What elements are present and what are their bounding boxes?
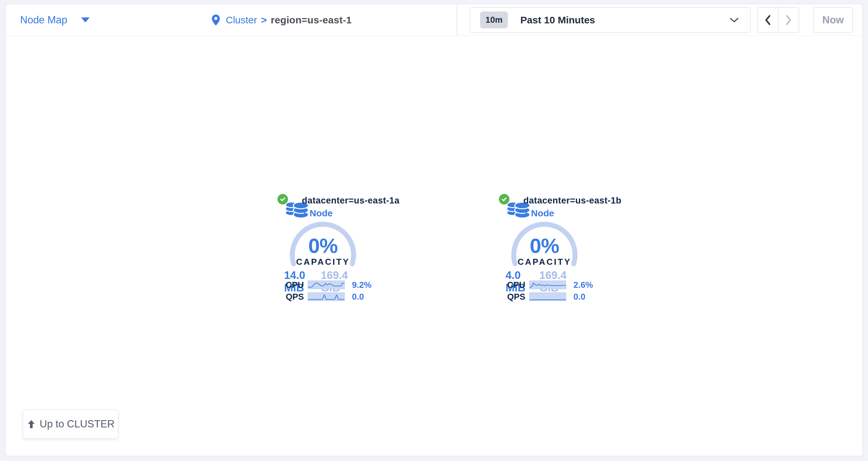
datacenter-card-us-east-1a[interactable]: datacenter=us-east-1a 1 Node 0% CAPACITY… xyxy=(270,193,376,304)
chevron-left-icon xyxy=(764,14,772,26)
cpu-value: 2.6% xyxy=(574,280,593,290)
qps-sparkline xyxy=(529,292,566,301)
datacenter-card-us-east-1b[interactable]: datacenter=us-east-1b 1 Node 0% CAPACITY… xyxy=(492,193,597,304)
breadcrumb-cluster-link[interactable]: Cluster xyxy=(226,14,257,26)
datacenter-title: datacenter=us-east-1a xyxy=(302,196,399,206)
qps-label: QPS xyxy=(504,292,525,302)
cpu-metric-row: CPU 9.2% xyxy=(283,280,376,290)
time-nav-group xyxy=(757,7,799,33)
now-button[interactable]: Now xyxy=(813,7,853,33)
metrics-block: CPU 9.2% QPS 0.0 xyxy=(283,280,376,304)
view-selector-label: Node Map xyxy=(20,14,67,26)
capacity-label: CAPACITY xyxy=(270,257,376,267)
chevron-down-icon xyxy=(729,17,739,23)
healthy-check-icon xyxy=(498,193,510,205)
cpu-value: 9.2% xyxy=(352,280,371,290)
cpu-label: CPU xyxy=(283,280,304,290)
cpu-metric-row: CPU 2.6% xyxy=(504,280,597,290)
location-pin-icon xyxy=(211,14,220,26)
time-next-button[interactable] xyxy=(778,7,799,33)
time-range-dropdown[interactable]: 10m Past 10 Minutes xyxy=(470,7,751,33)
time-range-badge: 10m xyxy=(480,11,508,28)
cpu-sparkline xyxy=(529,281,566,289)
cpu-label: CPU xyxy=(504,280,525,290)
view-selector-dropdown[interactable]: Node Map xyxy=(20,14,90,26)
metrics-block: CPU 2.6% QPS 0.0 xyxy=(504,280,597,304)
capacity-label: CAPACITY xyxy=(492,257,597,267)
datacenter-title: datacenter=us-east-1b xyxy=(523,196,621,206)
time-range-label: Past 10 Minutes xyxy=(520,14,595,26)
healthy-check-icon xyxy=(277,193,289,205)
caret-down-icon xyxy=(81,18,90,22)
header-bar: Node Map Cluster > region=us-east-1 10m … xyxy=(6,4,862,36)
up-to-cluster-button[interactable]: Up to CLUSTER xyxy=(23,409,118,439)
capacity-percent: 0% xyxy=(492,234,597,258)
breadcrumb-separator: > xyxy=(261,14,267,26)
node-map-panel: Node Map Cluster > region=us-east-1 10m … xyxy=(5,4,863,456)
qps-metric-row: QPS 0.0 xyxy=(504,292,597,302)
chevron-right-icon xyxy=(784,14,793,26)
header-left: Node Map Cluster > region=us-east-1 xyxy=(6,4,457,36)
qps-value: 0.0 xyxy=(352,292,364,302)
qps-sparkline xyxy=(308,292,345,301)
header-right: 10m Past 10 Minutes Now xyxy=(457,4,862,36)
qps-value: 0.0 xyxy=(574,292,585,302)
qps-metric-row: QPS 0.0 xyxy=(283,292,376,302)
arrow-up-icon xyxy=(26,419,36,429)
cpu-sparkline xyxy=(308,281,345,289)
qps-label: QPS xyxy=(283,292,304,302)
capacity-percent: 0% xyxy=(270,234,376,258)
time-prev-button[interactable] xyxy=(757,7,778,33)
breadcrumb-current: region=us-east-1 xyxy=(271,14,352,26)
up-to-cluster-label: Up to CLUSTER xyxy=(39,418,114,430)
breadcrumb: Cluster > region=us-east-1 xyxy=(211,4,352,36)
